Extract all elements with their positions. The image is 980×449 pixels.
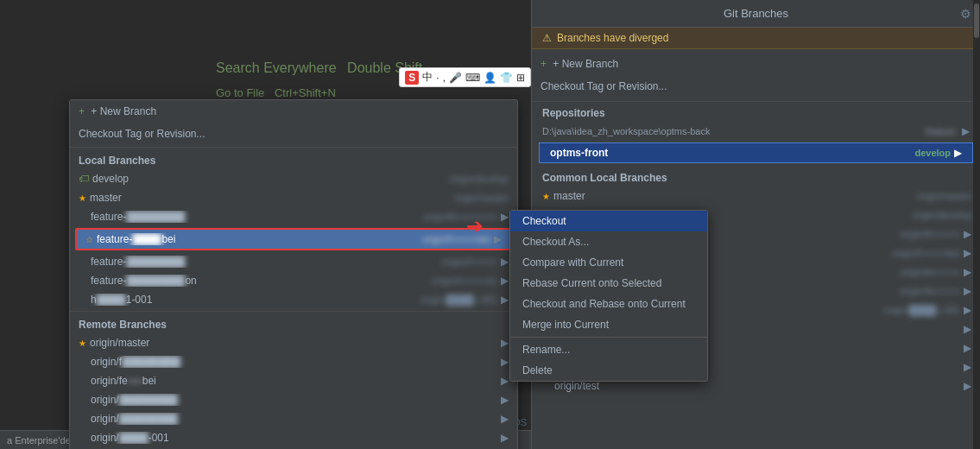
arrow-icon: ▶	[501, 432, 509, 444]
arrow-icon: ▶	[964, 342, 971, 354]
search-everywhere-hint: Search Everywhere Double Shift	[216, 60, 422, 76]
highlighted-repo-wrapper: optms-front develop ▶	[532, 141, 980, 165]
arrow-icon: ▶	[501, 211, 509, 223]
arrow-icon: ▶	[501, 375, 509, 387]
context-menu: Checkout Checkout As... Compare with Cur…	[509, 210, 708, 382]
plus-icon: +	[79, 105, 85, 117]
ime-shirt[interactable]: 👕	[500, 72, 513, 84]
local-branches-label: Local Branches	[70, 149, 517, 169]
star-icon-common: ★	[542, 192, 550, 201]
context-checkout-as[interactable]: Checkout As...	[510, 231, 707, 252]
star-icon-remote: ★	[79, 338, 86, 348]
arrow-icon: ▶	[964, 304, 971, 316]
remote-origin1[interactable]: origin/████████ ▶	[70, 390, 517, 409]
arrow-icon: ▶	[964, 285, 971, 297]
repo-item-back[interactable]: D:\java\idea_zh_workspace\optms-back fea…	[532, 122, 980, 141]
branch-item-develop[interactable]: 🏷 develop origin/develop	[70, 169, 517, 188]
arrow-icon-bei: ▶	[494, 233, 502, 245]
context-separator	[510, 337, 707, 338]
arrow-icon: ▶	[501, 413, 509, 425]
goto-file-hint: Go to File Ctrl+Shift+N	[216, 86, 336, 99]
remote-f1[interactable]: origin/f████████ ▶	[70, 352, 517, 371]
arrow-icon-repo: ▶	[962, 125, 970, 137]
tag-icon: 🏷	[79, 173, 89, 185]
arrow-icon: ▶	[964, 361, 971, 373]
remote-origin2[interactable]: origin/████████ ▶	[70, 409, 517, 428]
arrow-icon-repo-front: ▶	[954, 147, 962, 159]
checkout-tag-button-right[interactable]: Checkout Tag or Revision...	[532, 75, 980, 98]
scroll-thumb	[974, 3, 979, 38]
context-merge[interactable]: Merge into Current	[510, 314, 707, 335]
goto-file-label: Go to File	[216, 86, 264, 99]
context-rebase[interactable]: Rebase Current onto Selected	[510, 273, 707, 294]
remote-001[interactable]: origin/████-001 ▶	[70, 428, 517, 447]
branch-item-feature2[interactable]: feature-████████ origin/f════ ▶	[70, 252, 517, 271]
branch-item-feature-bei[interactable]: ☆ feature-████bei origin/f════bei ▶	[75, 228, 512, 250]
arrow-icon: ▶	[964, 380, 971, 392]
selected-branch-wrapper: ☆ feature-████bei origin/f════bei ▶	[70, 226, 517, 252]
ime-chinese[interactable]: 中	[422, 70, 433, 85]
ime-s-button[interactable]: S	[405, 71, 419, 85]
remote-branches-label: Remote Branches	[70, 313, 517, 333]
star-icon-bei: ☆	[85, 235, 93, 244]
ctrl-shift-n-label: Ctrl+Shift+N	[275, 86, 336, 99]
plus-icon-right: +	[541, 58, 547, 70]
context-rename[interactable]: Rename...	[510, 339, 707, 360]
status-enterprise: a Enterprise	[7, 435, 58, 446]
context-delete[interactable]: Delete	[510, 360, 707, 381]
warning-icon: ⚠	[542, 32, 552, 44]
ime-mic[interactable]: 🎤	[449, 72, 462, 84]
arrow-icon: ▶	[501, 275, 509, 287]
checkout-tag-button-left[interactable]: Checkout Tag or Revision...	[70, 123, 517, 145]
context-compare[interactable]: Compare with Current	[510, 252, 707, 273]
panel-title-text: Git Branches	[724, 7, 788, 20]
right-panel-actions: + + New Branch Checkout Tag or Revision.…	[532, 49, 980, 102]
new-branch-button-left[interactable]: + + New Branch	[70, 100, 517, 123]
arrow-icon: ▶	[964, 247, 971, 259]
arrow-icon: ▶	[964, 266, 971, 278]
arrow-icon: ▶	[501, 356, 509, 368]
branch-item-master[interactable]: ★ master origin/master	[70, 188, 517, 207]
common-local-label: Common Local Branches	[532, 165, 980, 187]
common-master[interactable]: ★ master origin/master	[532, 187, 980, 206]
ime-dot[interactable]: ·	[436, 72, 439, 84]
branch-item-feature3[interactable]: feature-████████on origin/f════on ▶	[70, 271, 517, 290]
repo-item-front[interactable]: optms-front develop ▶	[539, 142, 973, 163]
context-checkout-rebase[interactable]: Checkout and Rebase onto Current	[510, 294, 707, 314]
warning-bar: ⚠ Branches have diverged	[532, 28, 980, 49]
search-everywhere-label: Search Everywhere	[216, 60, 337, 75]
repositories-label: Repositories	[532, 102, 980, 122]
ime-user[interactable]: 👤	[484, 72, 496, 84]
divider	[70, 147, 517, 148]
branch-item-feature1[interactable]: feature-████████ origin/fe══════ ▶	[70, 207, 517, 226]
ime-comma[interactable]: ,	[443, 72, 446, 84]
arrow-icon: ▶	[501, 294, 509, 306]
arrow-icon: ▶	[964, 323, 971, 335]
remote-fe-bei[interactable]: origin/fe══bei ▶	[70, 371, 517, 390]
left-git-branches-panel: + + New Branch Checkout Tag or Revision.…	[69, 99, 518, 449]
arrow-icon: ▶	[501, 256, 509, 268]
branch-item-h001[interactable]: h████1-001 origin/████1-001 ▶	[70, 290, 517, 309]
arrow-icon: ▶	[964, 228, 971, 240]
gear-button[interactable]: ⚙	[960, 7, 971, 21]
context-checkout[interactable]: Checkout	[510, 211, 707, 231]
warning-text: Branches have diverged	[557, 32, 668, 44]
panel-title-bar: Git Branches ⚙	[532, 0, 980, 28]
arrow-icon: ▶	[501, 337, 509, 349]
new-branch-button-right[interactable]: + + New Branch	[532, 53, 980, 75]
divider2	[70, 311, 517, 312]
arrow-icon: ▶	[501, 394, 509, 406]
ime-grid[interactable]: ⊞	[516, 72, 525, 84]
remote-master[interactable]: ★ origin/master ▶	[70, 333, 517, 352]
star-icon: ★	[79, 193, 86, 203]
ime-keyboard[interactable]: ⌨	[465, 72, 480, 84]
scrollbar[interactable]	[973, 0, 980, 449]
arrow-annotation: ➔	[466, 214, 484, 238]
ime-toolbar: S 中 · , 🎤 ⌨ 👤 👕 ⊞	[399, 67, 531, 87]
